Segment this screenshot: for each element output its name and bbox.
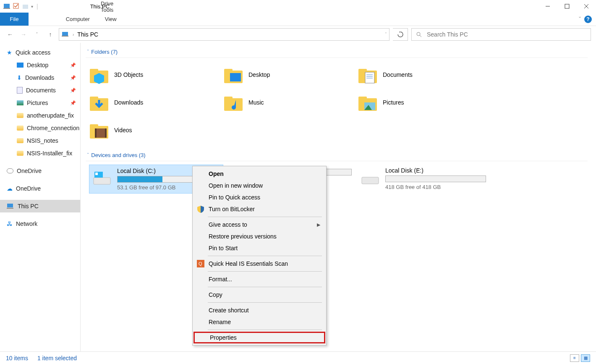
ribbon-expand-chevron[interactable]: ˇ xyxy=(579,16,581,23)
folder-icon xyxy=(17,113,24,118)
svg-rect-29 xyxy=(224,97,233,100)
tab-computer[interactable]: Computer xyxy=(58,13,97,26)
svg-rect-37 xyxy=(95,128,97,138)
folder-item[interactable]: Music xyxy=(223,91,358,114)
context-menu-item[interactable]: Turn on BitLocker xyxy=(193,203,325,215)
tab-drive-tools[interactable]: Drive Tools xyxy=(93,0,135,13)
sidebar-item-anotherupdate[interactable]: anotherupdate_fix xyxy=(0,109,80,122)
refresh-button[interactable] xyxy=(393,28,408,41)
context-menu-item-label: Pin to Start xyxy=(209,245,238,251)
sidebar-item-nsis-installer[interactable]: NSIS-Installer_fix xyxy=(0,147,80,160)
sidebar-onedrive-1[interactable]: OneDrive xyxy=(0,165,80,177)
drive-icon xyxy=(92,168,112,188)
search-input[interactable] xyxy=(427,31,586,38)
svg-rect-21 xyxy=(358,69,367,72)
folder-label: Pictures xyxy=(383,99,404,106)
svg-rect-13 xyxy=(7,208,13,209)
qat-dropdown[interactable]: ▾ xyxy=(31,4,33,9)
folder-item[interactable]: Pictures xyxy=(358,91,492,114)
sidebar-quick-access[interactable]: ★ Quick access xyxy=(0,46,80,59)
folder-item[interactable]: Documents xyxy=(358,63,492,86)
nav-up-button[interactable]: ↑ xyxy=(45,29,55,39)
sidebar-item-chrome-connection[interactable]: Chrome_connection xyxy=(0,122,80,134)
status-item-count: 10 items xyxy=(6,355,28,361)
context-menu-item[interactable]: Open xyxy=(193,168,325,180)
minimize-button[interactable] xyxy=(538,0,557,13)
context-menu-item[interactable]: Format... xyxy=(193,273,325,285)
svg-rect-41 xyxy=(95,173,98,175)
close-button[interactable] xyxy=(577,0,596,13)
chevron-down-icon: ˇ xyxy=(87,50,89,54)
svg-rect-39 xyxy=(94,178,110,184)
context-menu-separator xyxy=(208,302,322,303)
folder-item[interactable]: Desktop xyxy=(223,63,358,86)
quickheal-icon: Q xyxy=(197,260,204,267)
context-menu-item-label: Pin to Quick access xyxy=(209,194,260,201)
folder-icon xyxy=(17,126,24,131)
folder-icon xyxy=(17,138,24,143)
context-menu-item[interactable]: Restore previous versions xyxy=(193,230,325,242)
context-menu-item-label: Give access to xyxy=(209,221,247,228)
sidebar-item-nsis-notes[interactable]: NSIS_notes xyxy=(0,134,80,147)
status-selected-count: 1 item selected xyxy=(37,355,77,361)
sidebar-this-pc[interactable]: This PC xyxy=(0,200,80,212)
sidebar-quick-access-label: Quick access xyxy=(16,49,50,56)
drive-item[interactable]: Local Disk (E:)418 GB free of 418 GB xyxy=(358,165,492,194)
breadcrumb[interactable]: This PC xyxy=(77,31,98,38)
context-menu-item[interactable]: Properties xyxy=(193,332,325,343)
context-menu-item[interactable]: Pin to Quick access xyxy=(193,191,325,203)
tab-view[interactable]: View xyxy=(97,13,124,26)
folder-item[interactable]: Downloads xyxy=(89,91,223,114)
svg-line-11 xyxy=(420,35,421,37)
view-tiles-button[interactable]: ▦ xyxy=(581,354,590,362)
drive-label: Local Disk (E:) xyxy=(385,167,489,174)
titlebar: ▾ | Manage Drive Tools This PC xyxy=(0,0,596,13)
folder-item[interactable]: 3D Objects xyxy=(89,63,223,86)
folder-label: Desktop xyxy=(248,71,270,78)
folder-item[interactable]: Videos xyxy=(89,118,223,142)
context-menu-item[interactable]: Rename xyxy=(193,316,325,328)
folder-label: Documents xyxy=(383,71,413,78)
chevron-right-icon: ▶ xyxy=(317,222,320,228)
context-menu-item-label: Copy xyxy=(209,291,222,298)
onedrive-icon xyxy=(7,168,13,173)
nav-back-button[interactable]: ← xyxy=(5,29,15,39)
drives-section-header[interactable]: ˇDevices and drives (3) xyxy=(86,150,588,161)
download-icon: ⬇ xyxy=(17,74,22,81)
context-menu-item[interactable]: Copy xyxy=(193,289,325,301)
context-menu-item[interactable]: QQuick Heal IS Essentials Scan xyxy=(193,258,325,270)
context-menu-item[interactable]: Open in new window xyxy=(193,180,325,191)
nav-recent-dropdown[interactable]: ˇ xyxy=(32,29,42,39)
search-box[interactable] xyxy=(411,28,591,41)
svg-rect-43 xyxy=(362,177,379,184)
drive-usage-bar xyxy=(385,175,486,182)
sidebar-item-documents[interactable]: Documents📌 xyxy=(0,84,80,97)
nav-forward-button[interactable]: → xyxy=(18,29,29,39)
sidebar-item-desktop[interactable]: Desktop📌 xyxy=(0,59,80,71)
sidebar-item-downloads[interactable]: ⬇Downloads📌 xyxy=(0,71,80,84)
sidebar-network[interactable]: 🖧Network xyxy=(0,217,80,230)
address-bar[interactable]: › This PC ˇ xyxy=(59,28,389,41)
folders-section-header[interactable]: ˇFolders (7) xyxy=(86,47,588,58)
view-details-button[interactable]: ≡ xyxy=(570,354,579,362)
context-menu-item-label: Open xyxy=(209,170,224,177)
qat-properties-icon[interactable] xyxy=(13,3,20,10)
drive-icon xyxy=(360,167,380,187)
sidebar-onedrive-2[interactable]: ☁OneDrive xyxy=(0,182,80,195)
maximize-button[interactable] xyxy=(557,0,577,13)
context-menu-item[interactable]: Give access to▶ xyxy=(193,219,325,230)
breadcrumb-sep: › xyxy=(73,32,74,37)
svg-rect-15 xyxy=(90,69,98,72)
context-menu-item[interactable]: Create shortcut xyxy=(193,304,325,316)
pin-icon: 📌 xyxy=(70,100,76,106)
context-menu-item-label: Quick Heal IS Essentials Scan xyxy=(209,260,288,267)
file-tab[interactable]: File xyxy=(0,13,29,26)
folder-icon xyxy=(223,92,243,113)
sidebar-item-pictures[interactable]: Pictures📌 xyxy=(0,97,80,109)
pin-icon: 📌 xyxy=(70,75,76,81)
address-history-dropdown[interactable]: ˇ xyxy=(385,32,387,37)
qat-newfolder-icon[interactable] xyxy=(22,3,29,10)
svg-rect-12 xyxy=(7,204,13,207)
context-menu-item[interactable]: Pin to Start xyxy=(193,242,325,254)
help-icon[interactable]: ? xyxy=(584,16,592,23)
